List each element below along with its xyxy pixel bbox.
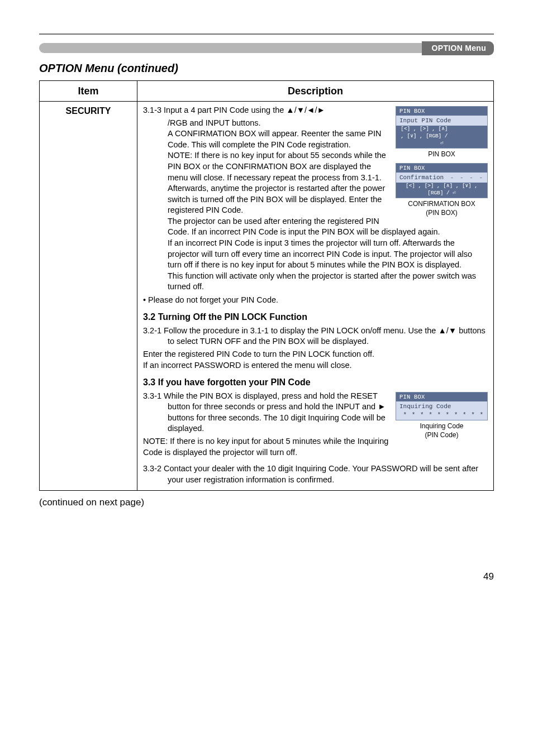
pin-box-dashes: - - - -	[450, 125, 484, 133]
s33-l3: 3.3-2 Contact your dealer with the 10 di…	[143, 463, 488, 485]
continued-label: (continued on next page)	[39, 496, 494, 509]
pin-box-group: PIN BOX Input PIN Code - - - - [<] , [>]…	[396, 106, 488, 222]
confirmation-box-line: Confirmation	[399, 174, 444, 181]
inq-caption-2: (PIN Code)	[425, 431, 458, 439]
page-number: 49	[39, 571, 494, 583]
header-line	[39, 43, 422, 53]
top-rule	[39, 34, 494, 35]
inquiring-box-group: PIN BOX Inquiring Code * * * * * * * * *…	[396, 392, 488, 444]
confirmation-box-dashes: - - - -	[450, 174, 484, 182]
s32-l1: 3.2-1 Follow the procedure in 3.1-1 to d…	[143, 326, 488, 347]
inquiring-box-caption: Inquiring Code (PIN Code)	[396, 422, 488, 439]
header-section-label: OPTION Menu	[422, 41, 494, 55]
s33-head: 3.3 If you have forgotten your PIN Code	[143, 376, 488, 389]
s32-l3: If an incorrect PASSWORD is entered the …	[143, 360, 488, 371]
conf-caption-2: (PIN BOX)	[426, 209, 458, 217]
s32-head: 3.2 Turning Off the PIN LOCK Function	[143, 311, 488, 323]
confirmation-box: PIN BOX Confirmation - - - - [<] , [>] ,…	[396, 163, 488, 198]
p313-l8: This function will activate only when th…	[143, 271, 488, 293]
confirmation-box-caption: CONFIRMATION BOX (PIN BOX)	[396, 199, 488, 217]
inquiring-box-title: PIN BOX	[396, 393, 487, 401]
page-title: OPTION Menu (continued)	[39, 61, 494, 76]
top-header: OPTION Menu	[39, 41, 494, 55]
item-cell: SECURITY	[40, 102, 137, 491]
confirmation-box-foot: [<] , [>] , [∧] , [∨] , [RGB] / ⏎	[396, 183, 487, 198]
pin-box-line: Input PIN Code	[399, 117, 451, 124]
option-table: Item Description SECURITY PIN BOX Input …	[39, 80, 494, 491]
description-cell: PIN BOX Input PIN Code - - - - [<] , [>]…	[137, 102, 494, 491]
confirmation-box-title: PIN BOX	[396, 164, 487, 173]
inq-caption-1: Inquiring Code	[420, 422, 463, 430]
s32-l2: Enter the registered PIN Code to turn th…	[143, 349, 488, 360]
inquiring-box: PIN BOX Inquiring Code * * * * * * * * *…	[396, 392, 488, 420]
col-item-header: Item	[40, 80, 137, 101]
inquiring-box-line: Inquiring Code	[399, 403, 451, 410]
conf-caption-1: CONFIRMATION BOX	[408, 200, 475, 208]
pin-box-title: PIN BOX	[396, 107, 487, 116]
p313-l7: If an incorrect PIN Code is input 3 time…	[143, 238, 488, 271]
p313-bullet: • Please do not forget your PIN Code.	[143, 295, 488, 306]
col-desc-header: Description	[137, 80, 494, 101]
inquiring-box-stars: * * * * * * * * * *	[403, 411, 484, 419]
pin-box: PIN BOX Input PIN Code - - - - [<] , [>]…	[396, 106, 488, 149]
pin-box-caption: PIN BOX	[396, 150, 488, 159]
